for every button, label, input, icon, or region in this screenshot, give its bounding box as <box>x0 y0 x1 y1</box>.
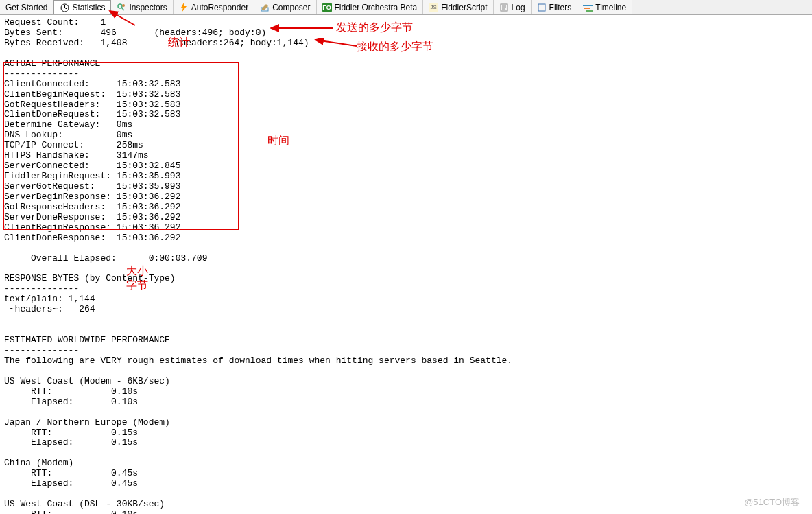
pencil-icon <box>260 3 270 12</box>
tab-get-started[interactable]: Get Started <box>0 0 53 14</box>
arrow-icon <box>106 8 137 27</box>
svg-line-18 <box>110 11 135 25</box>
tab-autoresponder[interactable]: AutoResponder <box>174 0 254 14</box>
tab-label: Timeline <box>595 3 626 12</box>
watermark: @51CTO博客 <box>744 496 800 509</box>
tab-log[interactable]: Log <box>494 0 532 14</box>
tab-timeline[interactable]: Timeline <box>577 0 632 14</box>
annotation-tongji: 统计 <box>168 36 190 50</box>
tab-fiddlerscript[interactable]: JS FiddlerScript <box>423 0 493 14</box>
arrow-icon <box>312 38 360 50</box>
svg-marker-6 <box>181 3 187 12</box>
annotation-recv-bytes: 接收的多少字节 <box>357 40 433 54</box>
filters-icon <box>537 3 547 12</box>
tab-composer[interactable]: Composer <box>254 0 316 14</box>
tab-statistics[interactable]: Statistics <box>53 0 111 14</box>
timeline-icon <box>583 3 593 12</box>
highlight-box-performance <box>3 62 239 230</box>
tab-label: Composer <box>272 3 310 12</box>
tab-label: AutoResponder <box>191 3 248 12</box>
log-icon <box>499 3 509 12</box>
js-icon: JS <box>429 3 438 12</box>
arrow-icon <box>267 23 336 33</box>
lightning-icon <box>179 3 189 12</box>
svg-line-22 <box>315 40 357 46</box>
tab-filters[interactable]: Filters <box>532 0 578 14</box>
annotation-time: 时间 <box>267 134 289 148</box>
svg-rect-13 <box>538 4 545 11</box>
tab-label: Filters <box>549 3 572 12</box>
tab-label: Log <box>512 3 525 12</box>
annotation-size1: 大小 <box>126 264 148 279</box>
tab-label: Get Started <box>5 3 47 12</box>
tab-label: Fiddler Orchestra Beta <box>335 3 418 12</box>
svg-line-2 <box>64 8 67 9</box>
tab-orchestra[interactable]: FO Fiddler Orchestra Beta <box>317 0 424 14</box>
annotation-size2: 字节 <box>126 279 148 293</box>
tab-label: Statistics <box>72 3 105 12</box>
fo-icon: FO <box>322 3 332 12</box>
tab-label: FiddlerScript <box>441 3 487 12</box>
svg-point-5 <box>122 4 125 7</box>
clock-icon <box>60 3 69 12</box>
annotation-send-bytes: 发送的多少字节 <box>336 21 413 35</box>
